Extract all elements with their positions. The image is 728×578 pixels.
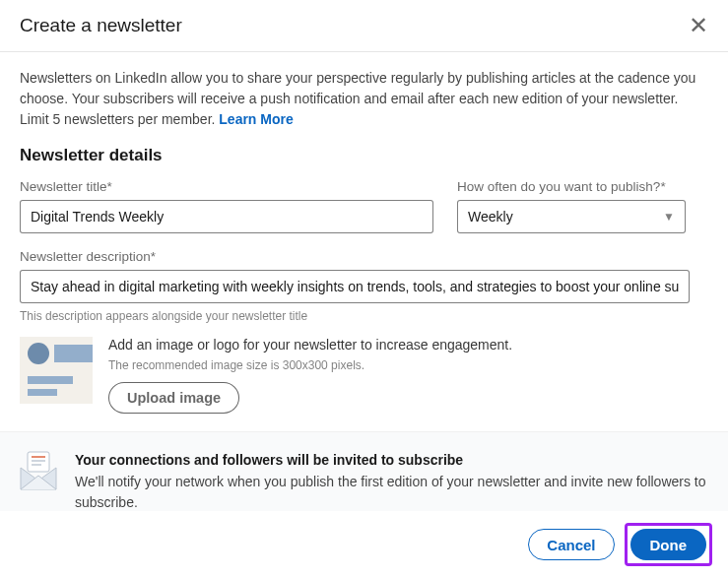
field-title: Newsletter title* bbox=[20, 179, 433, 233]
notice-title: Your connections and followers will be i… bbox=[75, 452, 708, 468]
frequency-label: How often do you want to publish?* bbox=[457, 179, 686, 194]
intro-copy: Newsletters on LinkedIn allow you to sha… bbox=[20, 70, 695, 127]
description-label: Newsletter description* bbox=[20, 249, 708, 264]
done-highlight-box: Done bbox=[625, 523, 713, 566]
cancel-button[interactable]: Cancel bbox=[528, 529, 614, 560]
invite-notice: Your connections and followers will be i… bbox=[0, 431, 728, 511]
title-label: Newsletter title* bbox=[20, 179, 433, 194]
field-description: Newsletter description* This description… bbox=[20, 249, 708, 323]
notice-body: We'll notify your network when you publi… bbox=[75, 472, 708, 511]
modal-header: Create a newsletter ✕ bbox=[0, 0, 728, 51]
learn-more-link[interactable]: Learn More bbox=[219, 111, 293, 127]
image-placeholder-icon bbox=[20, 337, 93, 404]
upload-image-button[interactable]: Upload image bbox=[108, 382, 239, 414]
upload-subtitle: The recommended image size is 300x300 pi… bbox=[108, 358, 708, 372]
frequency-select[interactable]: Weekly ▼ bbox=[457, 200, 686, 233]
done-button[interactable]: Done bbox=[630, 529, 707, 560]
upload-title: Add an image or logo for your newsletter… bbox=[108, 337, 708, 353]
close-icon[interactable]: ✕ bbox=[689, 14, 708, 37]
envelope-icon bbox=[20, 456, 57, 485]
section-heading: Newsletter details bbox=[20, 146, 708, 165]
newsletter-title-input[interactable] bbox=[20, 200, 433, 233]
intro-text: Newsletters on LinkedIn allow you to sha… bbox=[20, 68, 708, 130]
modal-scroll-area[interactable]: Newsletters on LinkedIn allow you to sha… bbox=[0, 52, 728, 511]
chevron-down-icon: ▼ bbox=[663, 210, 675, 224]
modal-footer: Cancel Done bbox=[0, 511, 728, 578]
field-frequency: How often do you want to publish?* Weekl… bbox=[457, 179, 686, 233]
frequency-value: Weekly bbox=[468, 209, 513, 225]
upload-section: Add an image or logo for your newsletter… bbox=[20, 337, 708, 414]
modal-title: Create a newsletter bbox=[20, 15, 182, 36]
newsletter-description-input[interactable] bbox=[20, 270, 690, 303]
create-newsletter-modal: Create a newsletter ✕ Newsletters on Lin… bbox=[0, 0, 728, 578]
description-hint: This description appears alongside your … bbox=[20, 309, 708, 323]
